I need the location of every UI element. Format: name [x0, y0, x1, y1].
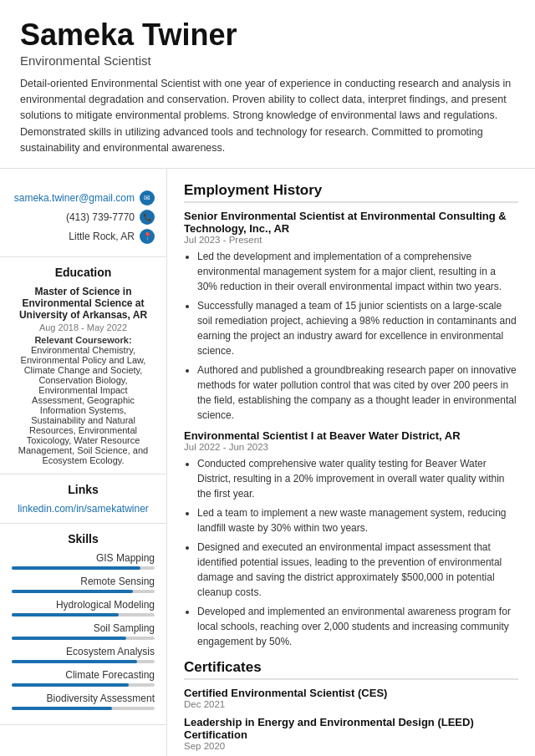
certs-title: Certificates — [184, 659, 518, 680]
education-entry: Master of Science in Environmental Scien… — [12, 286, 155, 465]
skill-item: Biodiversity Assessment — [12, 693, 155, 710]
email-icon: ✉ — [140, 190, 155, 205]
bullet-item: Developed and implemented an environment… — [197, 604, 518, 649]
cert-date: Dec 2021 — [184, 699, 518, 709]
skill-item: Climate Forecasting — [12, 669, 155, 687]
contact-section: sameka.twiner@gmail.com ✉ (413) 739-7770… — [0, 182, 166, 257]
skill-bar-bg — [12, 566, 155, 570]
bullet-item: Designed and executed an environmental i… — [197, 540, 518, 600]
skill-item: Soil Sampling — [12, 622, 155, 640]
bullet-item: Led a team to implement a new waste mana… — [197, 505, 518, 535]
skill-bar-bg — [12, 637, 155, 640]
certificates-section: Certificates Certified Environmental Sci… — [184, 659, 518, 751]
skill-bar-fill — [12, 707, 112, 710]
job-date: Jul 2022 - Jun 2023 — [184, 442, 518, 452]
cert-title: Leadership in Energy and Environmental D… — [184, 716, 518, 741]
cert-entry: Leadership in Energy and Environmental D… — [184, 716, 518, 751]
skill-item: Remote Sensing — [12, 576, 155, 593]
jobs-list: Senior Environmental Scientist at Enviro… — [184, 210, 518, 649]
sidebar: sameka.twiner@gmail.com ✉ (413) 739-7770… — [0, 169, 167, 756]
skill-name: Remote Sensing — [12, 576, 155, 587]
location-icon: 📍 — [140, 229, 155, 244]
skill-item: Ecosystem Analysis — [12, 646, 155, 663]
candidate-title: Environmental Scientist — [20, 53, 515, 68]
bullet-item: Authored and published a groundbreaking … — [197, 363, 518, 423]
skill-name: Ecosystem Analysis — [12, 646, 155, 657]
cert-date: Sep 2020 — [184, 741, 518, 751]
cert-title: Certified Environmental Scientist (CES) — [184, 687, 518, 699]
skills-title: Skills — [12, 532, 155, 545]
linkedin-link[interactable]: linkedin.com/in/samekatwiner — [12, 503, 155, 515]
job-title: Environmental Scientist I at Beaver Wate… — [184, 429, 518, 442]
job-entry: Environmental Scientist I at Beaver Wate… — [184, 429, 518, 649]
bullet-item: Led the development and implementation o… — [197, 249, 518, 294]
job-entry: Senior Environmental Scientist at Enviro… — [184, 210, 518, 423]
location-text: Little Rock, AR — [69, 231, 135, 242]
skill-bar-fill — [12, 590, 133, 593]
candidate-name: Sameka Twiner — [20, 18, 515, 52]
main-content: Employment History Senior Environmental … — [167, 169, 535, 756]
skill-bar-bg — [12, 613, 155, 616]
employment-section: Employment History Senior Environmental … — [184, 182, 518, 649]
skill-bar-fill — [12, 637, 126, 640]
links-title: Links — [12, 483, 155, 496]
skill-name: Climate Forecasting — [12, 669, 155, 681]
bullet-item: Successfully managed a team of 15 junior… — [197, 298, 518, 358]
skills-section: Skills GIS Mapping Remote Sensing Hydrol… — [0, 524, 166, 725]
job-date: Jul 2023 - Present — [184, 235, 518, 245]
degree-name: Master of Science in Environmental Scien… — [12, 286, 155, 321]
job-bullets: Led the development and implementation o… — [184, 249, 518, 423]
phone-text: (413) 739-7770 — [66, 211, 135, 223]
skill-bar-bg — [12, 707, 155, 710]
coursework-text: Environmental Chemistry, Environmental P… — [18, 345, 148, 465]
job-title: Senior Environmental Scientist at Enviro… — [184, 210, 518, 235]
skill-name: Biodiversity Assessment — [12, 693, 155, 704]
coursework-label: Relevant Coursework: Environmental Chemi… — [12, 335, 155, 465]
skill-bar-bg — [12, 660, 155, 663]
skill-item: Hydrological Modeling — [12, 599, 155, 616]
resume-header: Sameka Twiner Environmental Scientist De… — [0, 0, 535, 169]
email-text[interactable]: sameka.twiner@gmail.com — [14, 192, 135, 204]
skill-bar-fill — [12, 683, 129, 687]
skill-bar-fill — [12, 660, 137, 663]
skill-bar-fill — [12, 613, 119, 616]
contact-location-item: Little Rock, AR 📍 — [12, 229, 155, 244]
employment-title: Employment History — [184, 182, 518, 203]
skill-item: GIS Mapping — [12, 552, 155, 570]
coursework-label-text: Relevant Coursework: — [34, 335, 131, 345]
education-section: Education Master of Science in Environme… — [0, 257, 166, 474]
skill-bar-bg — [12, 590, 155, 593]
skill-name: Hydrological Modeling — [12, 599, 155, 611]
certs-list: Certified Environmental Scientist (CES) … — [184, 687, 518, 751]
links-section: Links linkedin.com/in/samekatwiner — [0, 474, 166, 524]
skill-name: GIS Mapping — [12, 552, 155, 564]
bullet-item: Conducted comprehensive water quality te… — [197, 456, 518, 501]
job-bullets: Conducted comprehensive water quality te… — [184, 456, 518, 649]
education-title: Education — [12, 266, 155, 279]
education-dates: Aug 2018 - May 2022 — [12, 322, 155, 332]
skill-bar-bg — [12, 683, 155, 687]
phone-icon: 📞 — [140, 210, 155, 225]
candidate-summary: Detail-oriented Environmental Scientist … — [20, 76, 515, 157]
main-layout: sameka.twiner@gmail.com ✉ (413) 739-7770… — [0, 169, 535, 756]
skill-name: Soil Sampling — [12, 622, 155, 634]
skill-bar-fill — [12, 566, 140, 570]
cert-entry: Certified Environmental Scientist (CES) … — [184, 687, 518, 709]
contact-phone-item: (413) 739-7770 📞 — [12, 210, 155, 225]
contact-email-item: sameka.twiner@gmail.com ✉ — [12, 190, 155, 205]
skills-list: GIS Mapping Remote Sensing Hydrological … — [12, 552, 155, 710]
